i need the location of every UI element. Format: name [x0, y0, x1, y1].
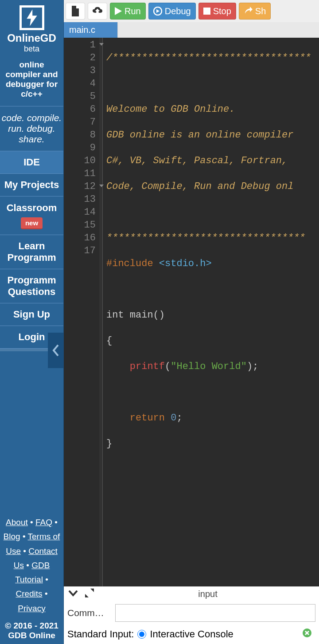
code-line-5: C#, VB, Swift, Pascal, Fortran,	[106, 155, 293, 166]
code-line-17	[106, 463, 311, 476]
chevron-down-icon	[68, 590, 78, 597]
tagline: online compiler and debugger for c/c++	[0, 60, 63, 106]
command-label: Comm…	[67, 608, 112, 618]
stdin-row: Standard Input: Interactive Console	[64, 624, 319, 644]
code-line-14	[106, 386, 311, 399]
code-line-16: }	[106, 437, 311, 450]
slogan: code. compile. run. debug. share.	[0, 106, 63, 151]
bottom-panel-header: input	[64, 587, 319, 601]
code-line-1: /**********************************	[106, 52, 311, 63]
debug-label: Debug	[165, 6, 191, 16]
link-about[interactable]: About	[6, 518, 28, 527]
nav-classroom-label: Classroom	[7, 202, 57, 213]
logo	[19, 5, 44, 30]
tab-main-c[interactable]: main.c	[64, 22, 118, 38]
fold-icon[interactable]	[99, 43, 104, 46]
stop-button[interactable]: Stop	[198, 3, 236, 20]
code-editor[interactable]: 1 2 3 4 5 6 7 8 9 10 11 12 13 14 15 16 1…	[64, 38, 319, 586]
share-label: Sh	[255, 6, 266, 16]
chevron-left-icon	[52, 344, 60, 357]
panel-title: input	[101, 589, 315, 599]
logo-wrap: OnlineGD beta	[0, 0, 63, 60]
svg-rect-1	[203, 8, 210, 15]
bottom-panel: input Comm… Standard Input: Interactive …	[64, 586, 319, 644]
share-button[interactable]: Sh	[239, 3, 271, 20]
link-privacy[interactable]: Privacy	[18, 604, 45, 613]
code-line-4: GDB online is an online compiler	[106, 130, 293, 141]
command-input[interactable]	[115, 604, 315, 622]
sidebar-spacer	[0, 351, 63, 510]
main-area: Run Debug Stop Sh main.c 1 2 3 4 5 6 7 8…	[64, 0, 319, 644]
code-line-3: Welcome to GDB Online.	[106, 104, 235, 115]
file-icon	[71, 6, 80, 16]
code-line-10	[106, 283, 311, 296]
collapse-panel-button[interactable]	[68, 589, 78, 599]
footer-links: About • FAQ • Blog • Terms of Use • Cont…	[0, 510, 63, 621]
link-faq[interactable]: FAQ	[35, 518, 52, 527]
expand-panel-button[interactable]	[85, 589, 94, 600]
share-icon	[244, 7, 253, 16]
nav-programming-questions[interactable]: Programm Questions	[0, 269, 63, 303]
line-gutter: 1 2 3 4 5 6 7 8 9 10 11 12 13 14 15 16 1…	[64, 38, 99, 586]
run-button[interactable]: Run	[110, 3, 146, 20]
code-line-9: #include <stdio.h>	[106, 257, 311, 270]
badge-new: new	[21, 217, 43, 230]
copyright: © 2016 - 2021 GDB Online	[0, 621, 63, 644]
expand-icon	[85, 589, 94, 597]
code-content[interactable]: /********************************** Welc…	[103, 38, 311, 586]
close-circle-icon	[302, 628, 312, 638]
stop-label: Stop	[213, 6, 231, 16]
sidebar-collapse-handle[interactable]	[48, 333, 64, 368]
editor-margin	[99, 38, 103, 586]
nav-ide[interactable]: IDE	[0, 151, 63, 174]
brand-subtitle: beta	[0, 44, 63, 54]
code-line-8: **********************************	[106, 232, 305, 243]
new-file-button[interactable]	[66, 3, 85, 20]
code-line-6: Code, Compile, Run and Debug onl	[106, 181, 293, 192]
run-label: Run	[124, 6, 141, 16]
stop-icon	[203, 8, 210, 15]
upload-button[interactable]	[88, 3, 107, 20]
code-line-13: printf("Hello World");	[106, 360, 311, 373]
stdin-option-label: Interactive Console	[150, 628, 233, 640]
fold-icon[interactable]	[99, 185, 104, 187]
stdin-radio-interactive[interactable]	[137, 630, 146, 639]
stdin-label: Standard Input:	[67, 628, 134, 640]
debug-icon	[153, 7, 162, 16]
toolbar: Run Debug Stop Sh	[64, 0, 319, 22]
command-row: Comm…	[64, 601, 319, 624]
sidebar: OnlineGD beta online compiler and debugg…	[0, 0, 64, 644]
play-icon	[115, 7, 122, 15]
nav-sign-up[interactable]: Sign Up	[0, 303, 63, 326]
code-line-11: int main()	[106, 309, 311, 322]
code-line-12: {	[106, 334, 311, 347]
link-blog[interactable]: Blog	[4, 532, 20, 541]
link-credits[interactable]: Credits	[16, 589, 42, 598]
cloud-upload-icon	[93, 7, 102, 16]
bolt-icon	[26, 9, 38, 26]
code-line-15: return 0;	[106, 412, 311, 424]
nav-learn-programming[interactable]: Learn Programm	[0, 235, 63, 269]
debug-button[interactable]: Debug	[148, 3, 196, 20]
nav-my-projects[interactable]: My Projects	[0, 174, 63, 196]
nav-classroom[interactable]: Classroom new	[0, 196, 63, 235]
sidebar-nav: IDE My Projects Classroom new Learn Prog…	[0, 151, 63, 349]
editor-tabs: main.c	[64, 22, 319, 38]
brand-title: OnlineGD	[0, 32, 63, 44]
close-panel-button[interactable]	[302, 628, 312, 640]
